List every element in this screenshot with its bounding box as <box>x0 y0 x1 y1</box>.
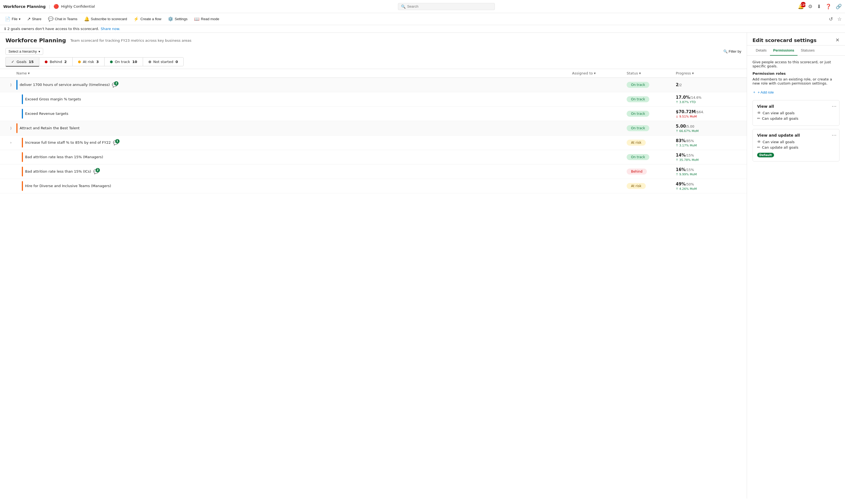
tab-details[interactable]: Details <box>753 46 770 56</box>
share-now-link[interactable]: Share now. <box>101 27 120 31</box>
stat-goals[interactable]: ✓ Goals 15 <box>5 57 39 67</box>
status-cell: On track <box>627 154 676 160</box>
table-row[interactable]: Bad attrition rate less than 15% (ICs) 💬… <box>0 164 747 179</box>
create-flow-button[interactable]: ⚡ Create a flow <box>131 15 164 23</box>
table-row[interactable]: Bad attrition rate less than 15% (Manage… <box>0 150 747 164</box>
goal-name: Attract and Retain the Best Talent <box>20 126 80 131</box>
search-input[interactable] <box>407 4 462 8</box>
col-assigned-to[interactable]: Assigned to ▾ <box>572 71 627 75</box>
chat-teams-button[interactable]: 💬 Chat in Teams <box>45 15 80 23</box>
row2a-expand[interactable]: › <box>11 141 12 145</box>
top-bar: Workforce Planning | 🔴 Highly Confidenti… <box>0 0 845 13</box>
at-risk-label: At risk <box>83 60 94 64</box>
hierarchy-row: Select a hierarchy ▾ 🔍 Filter by <box>0 46 747 57</box>
behind-count: 2 <box>64 60 67 64</box>
behind-dot <box>45 60 48 63</box>
goal-bar-orange <box>22 152 23 162</box>
col-name[interactable]: Name ▾ <box>16 71 572 75</box>
right-panel: Edit scorecard settings ✕ Details Permis… <box>747 33 845 499</box>
notification-count: 119 <box>800 2 806 7</box>
assigned-sort-icon: ▾ <box>594 71 596 75</box>
panel-tabs: Details Permissions Statuses <box>747 46 845 56</box>
goal-name: Exceed Revenue targets <box>25 111 68 116</box>
default-badge: Default <box>757 153 774 157</box>
row2-expand[interactable]: ⟩ <box>11 126 12 130</box>
share-button[interactable]: ↗ Share <box>24 15 44 23</box>
help-icon[interactable]: ❓ <box>825 3 831 9</box>
table-row[interactable]: › Increase full time staff % to 85% by e… <box>0 136 747 150</box>
panel-close-button[interactable]: ✕ <box>835 37 840 43</box>
progress-cell: 14%/15% ↑ 35.78% MoM <box>676 153 730 162</box>
share-toolbar-icon: ↗ <box>27 16 31 21</box>
hierarchy-selector[interactable]: Select a hierarchy ▾ <box>5 48 43 55</box>
panel-description: Give people access to this scorecard, or… <box>753 60 840 68</box>
not-started-dot <box>148 60 151 63</box>
share-icon[interactable]: 🔗 <box>836 3 842 9</box>
scorecard-title: Workforce Planning <box>5 37 66 43</box>
stat-on-track[interactable]: On track 10 <box>104 57 143 66</box>
row1-expand[interactable]: ⟩ <box>11 83 12 87</box>
sensitivity-label[interactable]: Highly Confidential <box>61 4 95 8</box>
progress-cell: 5.00/5.00 ↑ 66.67% MoM <box>676 124 730 133</box>
table-row[interactable]: Exceed Revenue targets On track $70.72M/… <box>0 107 747 121</box>
goal-bar-blue <box>22 94 23 104</box>
status-badge: On track <box>627 82 649 88</box>
role-perm-view: 👁 Can view all goals <box>757 111 835 115</box>
tab-statuses[interactable]: Statuses <box>797 46 818 56</box>
not-started-label: Not started <box>153 60 173 64</box>
status-cell: Behind <box>627 168 676 175</box>
settings-icon[interactable]: ⚙️ <box>808 3 812 9</box>
subscribe-button[interactable]: 🔔 Subscribe to scorecard <box>81 15 130 23</box>
progress-cell: 17.0%/14.6% ↑ 3.87% YTD <box>676 95 730 104</box>
progress-cell: 83%/85% ↑ 3.17% MoM <box>676 138 730 147</box>
scorecard-header: Workforce Planning Team scorecard for tr… <box>0 33 747 46</box>
read-mode-button[interactable]: 📖 Read mode <box>191 15 222 23</box>
stats-row: ✓ Goals 15 Behind 2 At risk 3 On track 1… <box>0 57 747 69</box>
file-chevron: ▾ <box>19 17 20 21</box>
star-icon[interactable]: ☆ <box>836 15 843 23</box>
comment-icon[interactable]: 💬1 <box>113 140 119 145</box>
role-more-button[interactable]: ⋯ <box>832 103 837 109</box>
role-card-view-update-all: View and update all 👁 Can view all goals… <box>753 129 840 161</box>
sensitivity-icon: 🔴 <box>53 4 59 9</box>
comment-icon[interactable]: 💬2 <box>93 169 99 174</box>
settings-toolbar-icon: ⚙️ <box>168 16 173 21</box>
settings-button[interactable]: ⚙️ Settings <box>165 15 190 23</box>
on-track-dot <box>110 60 113 63</box>
col-progress[interactable]: Progress ▾ <box>676 71 730 75</box>
role-perm-update: ✏️ Can update all goals <box>757 116 835 121</box>
on-track-count: 10 <box>132 60 137 64</box>
goal-name: Increase full time staff % to 85% by end… <box>25 140 111 145</box>
alert-bar: ℹ️ 2 goals owners don't have access to t… <box>0 25 845 33</box>
tab-permissions[interactable]: Permissions <box>770 46 797 56</box>
check-icon: ✓ <box>11 59 15 64</box>
panel-header: Edit scorecard settings ✕ <box>747 33 845 46</box>
role-more-button-2[interactable]: ⋯ <box>832 132 837 138</box>
table-row[interactable]: Hire for Diverse and Inclusive Teams (Ma… <box>0 179 747 193</box>
status-sort-icon: ▾ <box>639 71 641 75</box>
main-layout: Workforce Planning Team scorecard for tr… <box>0 33 845 499</box>
download-icon[interactable]: ⬇️ <box>817 3 821 9</box>
add-role-button[interactable]: ＋ + Add role <box>753 89 774 96</box>
goal-bar-blue <box>22 109 23 119</box>
status-cell: At risk <box>627 140 676 146</box>
table-row[interactable]: ⟩ Attract and Retain the Best Talent On … <box>0 121 747 136</box>
progress-sort-icon: ▾ <box>692 71 694 75</box>
table-row[interactable]: Exceed Gross margin % targets On track 1… <box>0 92 747 107</box>
comment-icon[interactable]: 💬2 <box>112 83 117 88</box>
status-cell: On track <box>627 111 676 117</box>
behind-label: Behind <box>50 60 62 64</box>
name-sort-icon: ▾ <box>28 71 30 75</box>
stat-behind[interactable]: Behind 2 <box>39 57 72 66</box>
table-row[interactable]: ⟩ deliver 1700 hours of service annually… <box>0 78 747 92</box>
notification-bell[interactable]: 🔔 119 <box>798 3 804 9</box>
filter-button[interactable]: 🔍 Filter by <box>723 49 741 53</box>
stat-not-started[interactable]: Not started 0 <box>143 57 184 66</box>
stat-at-risk[interactable]: At risk 3 <box>72 57 104 66</box>
subscribe-icon: 🔔 <box>84 16 89 21</box>
refresh-icon[interactable]: ↺ <box>828 15 834 23</box>
status-badge: At risk <box>627 140 646 146</box>
file-button[interactable]: 📄 File ▾ <box>2 15 23 23</box>
at-risk-count: 3 <box>96 60 99 64</box>
col-status[interactable]: Status ▾ <box>627 71 676 75</box>
